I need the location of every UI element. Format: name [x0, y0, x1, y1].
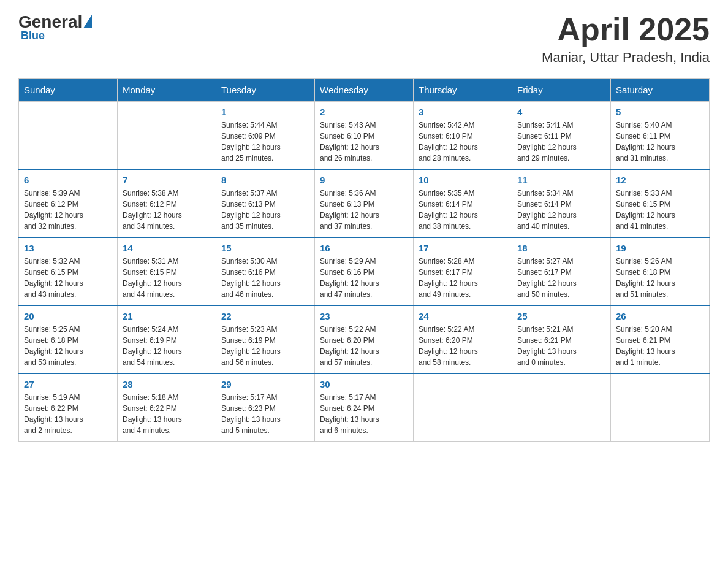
- day-number: 13: [24, 243, 112, 253]
- day-number: 1: [221, 107, 309, 117]
- calendar-week-2: 6Sunrise: 5:39 AM Sunset: 6:12 PM Daylig…: [19, 169, 710, 237]
- day-number: 20: [24, 311, 112, 321]
- calendar-cell: 22Sunrise: 5:23 AM Sunset: 6:19 PM Dayli…: [216, 305, 315, 373]
- day-info: Sunrise: 5:25 AM Sunset: 6:18 PM Dayligh…: [24, 324, 112, 368]
- day-info: Sunrise: 5:31 AM Sunset: 6:15 PM Dayligh…: [123, 256, 211, 300]
- day-number: 14: [123, 243, 211, 253]
- day-info: Sunrise: 5:30 AM Sunset: 6:16 PM Dayligh…: [221, 256, 309, 300]
- calendar-cell: 12Sunrise: 5:33 AM Sunset: 6:15 PM Dayli…: [611, 169, 710, 237]
- day-number: 15: [221, 243, 309, 253]
- calendar-cell: [19, 102, 118, 170]
- day-info: Sunrise: 5:22 AM Sunset: 6:20 PM Dayligh…: [419, 324, 507, 368]
- day-info: Sunrise: 5:42 AM Sunset: 6:10 PM Dayligh…: [419, 120, 507, 164]
- calendar-cell: 17Sunrise: 5:28 AM Sunset: 6:17 PM Dayli…: [414, 237, 512, 305]
- day-number: 4: [517, 107, 605, 117]
- day-number: 28: [123, 379, 211, 389]
- day-number: 10: [419, 175, 507, 185]
- page-title: April 2025: [542, 12, 710, 47]
- calendar-cell: 1Sunrise: 5:44 AM Sunset: 6:09 PM Daylig…: [216, 102, 315, 170]
- calendar-header-saturday: Saturday: [611, 79, 710, 102]
- day-info: Sunrise: 5:22 AM Sunset: 6:20 PM Dayligh…: [320, 324, 408, 368]
- day-info: Sunrise: 5:41 AM Sunset: 6:11 PM Dayligh…: [517, 120, 605, 164]
- day-info: Sunrise: 5:17 AM Sunset: 6:23 PM Dayligh…: [221, 392, 309, 436]
- calendar-cell: 23Sunrise: 5:22 AM Sunset: 6:20 PM Dayli…: [315, 305, 414, 373]
- day-info: Sunrise: 5:43 AM Sunset: 6:10 PM Dayligh…: [320, 120, 408, 164]
- day-number: 11: [517, 175, 605, 185]
- calendar-cell: 3Sunrise: 5:42 AM Sunset: 6:10 PM Daylig…: [414, 102, 512, 170]
- day-number: 18: [517, 243, 605, 253]
- logo: General Blue: [18, 12, 92, 42]
- calendar-cell: 13Sunrise: 5:32 AM Sunset: 6:15 PM Dayli…: [19, 237, 118, 305]
- calendar-cell: 6Sunrise: 5:39 AM Sunset: 6:12 PM Daylig…: [19, 169, 118, 237]
- calendar-cell: 25Sunrise: 5:21 AM Sunset: 6:21 PM Dayli…: [512, 305, 611, 373]
- calendar-header-monday: Monday: [118, 79, 216, 102]
- day-info: Sunrise: 5:38 AM Sunset: 6:12 PM Dayligh…: [123, 188, 211, 232]
- calendar-cell: 9Sunrise: 5:36 AM Sunset: 6:13 PM Daylig…: [315, 169, 414, 237]
- calendar-week-1: 1Sunrise: 5:44 AM Sunset: 6:09 PM Daylig…: [19, 102, 710, 170]
- day-number: 17: [419, 243, 507, 253]
- day-number: 27: [24, 379, 112, 389]
- day-number: 5: [616, 107, 704, 117]
- day-number: 19: [616, 243, 704, 253]
- day-number: 16: [320, 243, 408, 253]
- calendar-cell: 27Sunrise: 5:19 AM Sunset: 6:22 PM Dayli…: [19, 373, 118, 442]
- day-info: Sunrise: 5:27 AM Sunset: 6:17 PM Dayligh…: [517, 256, 605, 300]
- calendar-cell: [118, 102, 216, 170]
- day-info: Sunrise: 5:17 AM Sunset: 6:24 PM Dayligh…: [320, 392, 408, 436]
- logo-blue-text: Blue: [21, 29, 45, 42]
- calendar-cell: 19Sunrise: 5:26 AM Sunset: 6:18 PM Dayli…: [611, 237, 710, 305]
- calendar-cell: [611, 373, 710, 442]
- day-number: 23: [320, 311, 408, 321]
- day-number: 21: [123, 311, 211, 321]
- day-info: Sunrise: 5:36 AM Sunset: 6:13 PM Dayligh…: [320, 188, 408, 232]
- calendar-cell: 14Sunrise: 5:31 AM Sunset: 6:15 PM Dayli…: [118, 237, 216, 305]
- day-info: Sunrise: 5:33 AM Sunset: 6:15 PM Dayligh…: [616, 188, 704, 232]
- day-info: Sunrise: 5:28 AM Sunset: 6:17 PM Dayligh…: [419, 256, 507, 300]
- calendar-cell: 28Sunrise: 5:18 AM Sunset: 6:22 PM Dayli…: [118, 373, 216, 442]
- logo-triangle-icon: [83, 15, 92, 28]
- day-info: Sunrise: 5:40 AM Sunset: 6:11 PM Dayligh…: [616, 120, 704, 164]
- day-info: Sunrise: 5:24 AM Sunset: 6:19 PM Dayligh…: [123, 324, 211, 368]
- calendar-cell: 20Sunrise: 5:25 AM Sunset: 6:18 PM Dayli…: [19, 305, 118, 373]
- calendar-cell: 2Sunrise: 5:43 AM Sunset: 6:10 PM Daylig…: [315, 102, 414, 170]
- day-number: 25: [517, 311, 605, 321]
- calendar-cell: 8Sunrise: 5:37 AM Sunset: 6:13 PM Daylig…: [216, 169, 315, 237]
- day-number: 26: [616, 311, 704, 321]
- calendar-week-3: 13Sunrise: 5:32 AM Sunset: 6:15 PM Dayli…: [19, 237, 710, 305]
- calendar-cell: 7Sunrise: 5:38 AM Sunset: 6:12 PM Daylig…: [118, 169, 216, 237]
- calendar-cell: 10Sunrise: 5:35 AM Sunset: 6:14 PM Dayli…: [414, 169, 512, 237]
- day-info: Sunrise: 5:44 AM Sunset: 6:09 PM Dayligh…: [221, 120, 309, 164]
- day-number: 29: [221, 379, 309, 389]
- calendar-cell: 26Sunrise: 5:20 AM Sunset: 6:21 PM Dayli…: [611, 305, 710, 373]
- calendar-cell: 16Sunrise: 5:29 AM Sunset: 6:16 PM Dayli…: [315, 237, 414, 305]
- day-info: Sunrise: 5:39 AM Sunset: 6:12 PM Dayligh…: [24, 188, 112, 232]
- calendar-header-tuesday: Tuesday: [216, 79, 315, 102]
- day-info: Sunrise: 5:34 AM Sunset: 6:14 PM Dayligh…: [517, 188, 605, 232]
- calendar-cell: 21Sunrise: 5:24 AM Sunset: 6:19 PM Dayli…: [118, 305, 216, 373]
- day-info: Sunrise: 5:29 AM Sunset: 6:16 PM Dayligh…: [320, 256, 408, 300]
- day-info: Sunrise: 5:26 AM Sunset: 6:18 PM Dayligh…: [616, 256, 704, 300]
- calendar-header-thursday: Thursday: [414, 79, 512, 102]
- calendar-cell: 18Sunrise: 5:27 AM Sunset: 6:17 PM Dayli…: [512, 237, 611, 305]
- day-info: Sunrise: 5:18 AM Sunset: 6:22 PM Dayligh…: [123, 392, 211, 436]
- calendar-cell: 5Sunrise: 5:40 AM Sunset: 6:11 PM Daylig…: [611, 102, 710, 170]
- calendar-cell: 4Sunrise: 5:41 AM Sunset: 6:11 PM Daylig…: [512, 102, 611, 170]
- calendar-cell: [414, 373, 512, 442]
- day-info: Sunrise: 5:35 AM Sunset: 6:14 PM Dayligh…: [419, 188, 507, 232]
- calendar-cell: 30Sunrise: 5:17 AM Sunset: 6:24 PM Dayli…: [315, 373, 414, 442]
- calendar-table: SundayMondayTuesdayWednesdayThursdayFrid…: [18, 78, 710, 442]
- calendar-cell: [512, 373, 611, 442]
- day-info: Sunrise: 5:21 AM Sunset: 6:21 PM Dayligh…: [517, 324, 605, 368]
- calendar-header-wednesday: Wednesday: [315, 79, 414, 102]
- calendar-header-row: SundayMondayTuesdayWednesdayThursdayFrid…: [19, 79, 710, 102]
- day-info: Sunrise: 5:37 AM Sunset: 6:13 PM Dayligh…: [221, 188, 309, 232]
- calendar-header-sunday: Sunday: [19, 79, 118, 102]
- page-header: General Blue April 2025 Maniar, Uttar Pr…: [18, 12, 710, 66]
- calendar-cell: 15Sunrise: 5:30 AM Sunset: 6:16 PM Dayli…: [216, 237, 315, 305]
- title-section: April 2025 Maniar, Uttar Pradesh, India: [542, 12, 710, 66]
- calendar-week-4: 20Sunrise: 5:25 AM Sunset: 6:18 PM Dayli…: [19, 305, 710, 373]
- day-number: 7: [123, 175, 211, 185]
- calendar-cell: 24Sunrise: 5:22 AM Sunset: 6:20 PM Dayli…: [414, 305, 512, 373]
- day-number: 3: [419, 107, 507, 117]
- calendar-cell: 11Sunrise: 5:34 AM Sunset: 6:14 PM Dayli…: [512, 169, 611, 237]
